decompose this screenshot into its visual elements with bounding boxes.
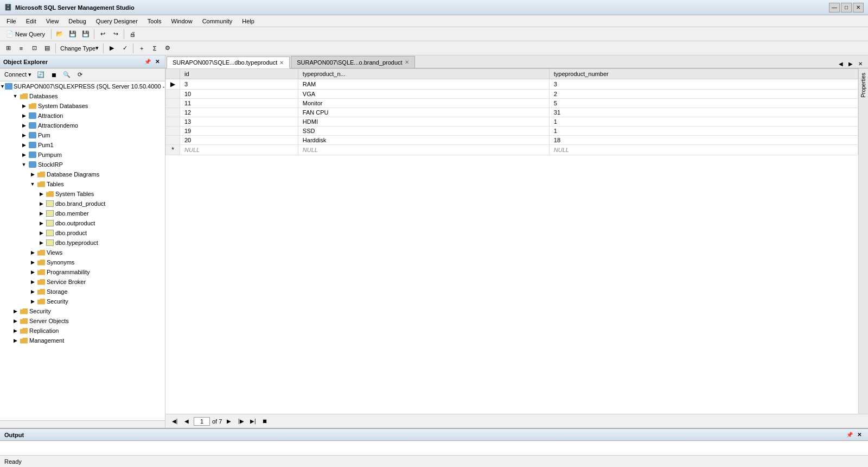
server-objects-expand[interactable]: ▶ bbox=[11, 317, 20, 325]
table-row[interactable]: 13 HDMI 1 bbox=[166, 117, 858, 127]
diagram-view-button[interactable]: ⊡ bbox=[28, 42, 40, 54]
close-button[interactable]: ✕ bbox=[853, 3, 864, 12]
table-outproduct[interactable]: ▶ dbo.outproduct bbox=[0, 218, 165, 228]
service-broker-expand[interactable]: ▶ bbox=[28, 277, 37, 286]
table-outproduct-expand[interactable]: ▶ bbox=[37, 219, 46, 228]
table-member[interactable]: ▶ dbo.member bbox=[0, 209, 165, 218]
output-pin-button[interactable]: 📌 bbox=[845, 431, 854, 439]
oe-stop-button[interactable]: ⏹ bbox=[48, 69, 60, 81]
redo-button[interactable]: ↪ bbox=[110, 28, 122, 40]
menu-help[interactable]: Help bbox=[238, 17, 259, 26]
tab-brand-close[interactable]: ✕ bbox=[405, 59, 409, 65]
cell-id[interactable]: 12 bbox=[180, 108, 298, 117]
cell-typeproduct-name[interactable]: RAM bbox=[298, 79, 549, 90]
cell-typeproduct-name[interactable]: HDMI bbox=[298, 117, 549, 127]
table-row[interactable]: 10 VGA 2 bbox=[166, 90, 858, 99]
cell-typeproduct-number[interactable]: 1 bbox=[549, 127, 858, 136]
db-attractiondemo[interactable]: ▶ Attractiondemo bbox=[0, 121, 165, 130]
system-databases-node[interactable]: ▶ System Databases bbox=[0, 101, 165, 111]
cell-id[interactable]: 10 bbox=[180, 90, 298, 99]
menu-query-designer[interactable]: Query Designer bbox=[92, 17, 142, 26]
server-node[interactable]: ▼ SURAPON007\SQLEXPRESS (SQL Server 10.5… bbox=[0, 81, 165, 91]
table-row[interactable]: 11 Monitor 5 bbox=[166, 99, 858, 108]
cell-id[interactable]: 20 bbox=[180, 136, 298, 145]
maximize-button[interactable]: □ bbox=[841, 3, 852, 12]
table-row[interactable]: ▶ 3 RAM 3 bbox=[166, 79, 858, 90]
print-button[interactable]: 🖨 bbox=[126, 28, 138, 40]
db-attractiondemo-expand[interactable]: ▶ bbox=[20, 121, 28, 130]
cell-id[interactable]: 11 bbox=[180, 99, 298, 108]
oe-sync-button[interactable]: ⟳ bbox=[74, 69, 86, 81]
open-button[interactable]: 📂 bbox=[54, 28, 66, 40]
tables-node[interactable]: ▼ Tables bbox=[0, 179, 165, 189]
db-pum[interactable]: ▶ Pum bbox=[0, 130, 165, 140]
views-expand[interactable]: ▶ bbox=[28, 248, 37, 257]
cell-typeproduct-number[interactable]: 1 bbox=[549, 117, 858, 127]
cell-id[interactable]: 13 bbox=[180, 117, 298, 127]
db-stockirp[interactable]: ▼ StockIRP bbox=[0, 160, 165, 169]
programmability-node[interactable]: ▶ Programmability bbox=[0, 267, 165, 277]
db-attraction[interactable]: ▶ Attraction bbox=[0, 111, 165, 121]
properties-button[interactable]: ⚙ bbox=[162, 42, 174, 54]
synonyms-expand[interactable]: ▶ bbox=[28, 258, 37, 267]
cell-typeproduct-number[interactable]: 5 bbox=[549, 99, 858, 108]
databases-node[interactable]: ▼ Databases bbox=[0, 91, 165, 101]
execute-button[interactable]: ▶ bbox=[106, 42, 118, 54]
table-row[interactable]: 20 Harddisk 18 bbox=[166, 136, 858, 145]
cell-typeproduct-number[interactable]: 31 bbox=[549, 108, 858, 117]
tables-expand[interactable]: ▼ bbox=[28, 180, 37, 188]
management-node[interactable]: ▶ Management bbox=[0, 336, 165, 345]
save-all-button[interactable]: 💾 bbox=[80, 28, 92, 40]
service-broker-node[interactable]: ▶ Service Broker bbox=[0, 277, 165, 287]
storage-expand[interactable]: ▶ bbox=[28, 287, 37, 296]
menu-tools[interactable]: Tools bbox=[143, 17, 166, 26]
menu-edit[interactable]: Edit bbox=[22, 17, 41, 26]
output-close-button[interactable]: ✕ bbox=[855, 431, 864, 439]
menu-file[interactable]: File bbox=[2, 17, 21, 26]
col-typeproduct-number[interactable]: typeproduct_number bbox=[549, 69, 858, 79]
db-pumpum[interactable]: ▶ Pumpum bbox=[0, 150, 165, 160]
programmability-expand[interactable]: ▶ bbox=[28, 268, 37, 276]
table-typeproduct-expand[interactable]: ▶ bbox=[37, 238, 46, 247]
prev-page-button[interactable]: ◀ bbox=[182, 416, 192, 426]
cell-name-null[interactable]: NULL bbox=[298, 145, 549, 155]
table-row-null[interactable]: * NULL NULL NULL bbox=[166, 145, 858, 155]
db-diagrams-expand[interactable]: ▶ bbox=[28, 170, 37, 179]
tab-scroll-left[interactable]: ◀ bbox=[837, 59, 845, 68]
col-typeproduct-name[interactable]: typeproduct_n... bbox=[298, 69, 549, 79]
stop-button[interactable]: ⏹ bbox=[260, 416, 270, 426]
cell-typeproduct-number[interactable]: 18 bbox=[549, 136, 858, 145]
cell-typeproduct-name[interactable]: SSD bbox=[298, 127, 549, 136]
db-attraction-expand[interactable]: ▶ bbox=[20, 111, 28, 120]
panel-close-button[interactable]: ✕ bbox=[153, 58, 162, 66]
tab-brand-product[interactable]: SURAPON007\SQLE...o.brand_product ✕ bbox=[291, 56, 414, 68]
replication-expand[interactable]: ▶ bbox=[11, 326, 20, 335]
db-stockirp-expand[interactable]: ▼ bbox=[20, 160, 28, 169]
page-number-input[interactable] bbox=[194, 417, 210, 426]
db-pum-expand[interactable]: ▶ bbox=[20, 131, 28, 140]
db-pumpum-expand[interactable]: ▶ bbox=[20, 150, 28, 159]
add-table-button[interactable]: + bbox=[136, 42, 148, 54]
security-sub-node[interactable]: ▶ Security bbox=[0, 296, 165, 306]
cell-typeproduct-name[interactable]: Harddisk bbox=[298, 136, 549, 145]
table-member-expand[interactable]: ▶ bbox=[37, 209, 46, 218]
results-view-button[interactable]: ▤ bbox=[41, 42, 53, 54]
db-pum1[interactable]: ▶ Pum1 bbox=[0, 140, 165, 150]
cell-id-null[interactable]: NULL bbox=[180, 145, 298, 155]
first-page-button[interactable]: ◀| bbox=[170, 416, 180, 426]
next-page-button[interactable]: ▶ bbox=[224, 416, 234, 426]
last-page-button[interactable]: |▶ bbox=[236, 416, 246, 426]
cell-id[interactable]: 3 bbox=[180, 79, 298, 90]
tab-typeproduct[interactable]: SURAPON007\SQLE...dbo.typeproduct ✕ bbox=[167, 56, 290, 68]
db-diagrams-node[interactable]: ▶ Database Diagrams bbox=[0, 169, 165, 179]
table-brand-product[interactable]: ▶ dbo.brand_product bbox=[0, 199, 165, 209]
synonyms-node[interactable]: ▶ Synonyms bbox=[0, 257, 165, 267]
sql-view-button[interactable]: ≡ bbox=[15, 42, 27, 54]
table-row[interactable]: 19 SSD 1 bbox=[166, 127, 858, 136]
oe-refresh-button[interactable]: 🔄 bbox=[35, 69, 47, 81]
db-pum1-expand[interactable]: ▶ bbox=[20, 141, 28, 149]
next-result-button[interactable]: ▶| bbox=[248, 416, 258, 426]
cell-number-null[interactable]: NULL bbox=[549, 145, 858, 155]
views-node[interactable]: ▶ Views bbox=[0, 248, 165, 257]
table-brand-expand[interactable]: ▶ bbox=[37, 199, 46, 208]
